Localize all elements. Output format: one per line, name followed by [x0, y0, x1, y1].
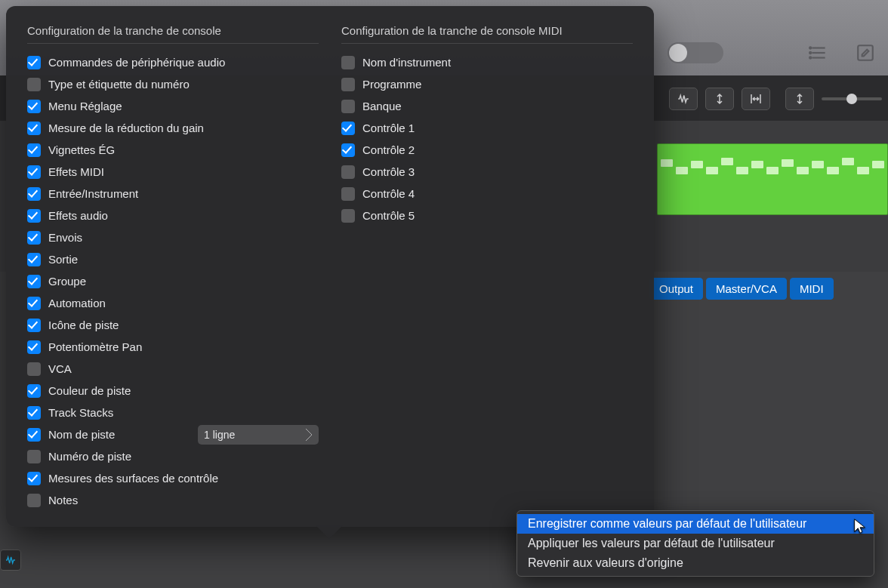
- mixer-tabs: Output Master/VCA MIDI: [649, 278, 834, 300]
- vertical-zoom-icon[interactable]: [705, 88, 734, 110]
- view-toggle[interactable]: [668, 42, 723, 63]
- gear-dropdown-menu: Enregistrer comme valeurs par défaut de …: [516, 510, 874, 577]
- left-column-title: Configuration de la tranche de console: [27, 24, 319, 44]
- checkbox[interactable]: [27, 187, 41, 201]
- checkbox-row: Numéro de piste: [27, 445, 319, 467]
- checkbox-label: Effets audio: [48, 209, 108, 222]
- checkbox[interactable]: [27, 56, 41, 69]
- checkbox-label: Mesure de la réduction du gain: [48, 122, 204, 134]
- checkbox[interactable]: [27, 406, 41, 420]
- checkbox[interactable]: [27, 78, 41, 91]
- checkbox[interactable]: [27, 275, 41, 288]
- checkbox-row: Commandes de périphérique audio: [27, 51, 319, 73]
- checkbox-row: Contrôle 4: [341, 183, 633, 205]
- checkbox-row: Menu Réglage: [27, 95, 319, 117]
- checkbox-label: Banque: [362, 100, 402, 112]
- checkbox[interactable]: [27, 209, 41, 223]
- checkbox[interactable]: [341, 78, 355, 91]
- checkbox[interactable]: [341, 187, 355, 201]
- checkbox-label: Icône de piste: [48, 319, 119, 331]
- checkbox[interactable]: [27, 384, 41, 398]
- checkbox-row: Mesure de la réduction du gain: [27, 117, 319, 139]
- checkbox-label: VCA: [48, 362, 72, 375]
- menu-item[interactable]: Enregistrer comme valeurs par défaut de …: [517, 514, 874, 534]
- checkbox[interactable]: [27, 319, 41, 332]
- menu-item[interactable]: Revenir aux valeurs d'origine: [517, 553, 874, 573]
- checkbox[interactable]: [27, 165, 41, 179]
- checkbox[interactable]: [27, 340, 41, 354]
- checkbox[interactable]: [27, 122, 41, 135]
- edit-icon[interactable]: [849, 36, 882, 69]
- list-view-icon[interactable]: [802, 36, 835, 69]
- checkbox-label: Track Stacks: [48, 406, 113, 419]
- checkbox[interactable]: [27, 231, 41, 245]
- checkbox-row: Type et étiquette du numéro: [27, 73, 319, 95]
- checkbox-label: Effets MIDI: [48, 165, 104, 178]
- checkbox-label: Contrôle 2: [362, 143, 415, 156]
- checkbox-label: Menu Réglage: [48, 100, 122, 112]
- checkbox-label: Automation: [48, 297, 106, 309]
- vertical-arrows-icon[interactable]: [785, 88, 814, 110]
- checkbox[interactable]: [27, 428, 41, 442]
- checkbox-row: Track Stacks: [27, 402, 319, 423]
- checkbox[interactable]: [27, 100, 41, 113]
- menu-item[interactable]: Appliquer les valeurs par défaut de l'ut…: [517, 534, 874, 553]
- zoom-slider[interactable]: [822, 97, 882, 100]
- checkbox[interactable]: [341, 165, 355, 179]
- right-column: Configuration de la tranche de console M…: [341, 24, 633, 511]
- checkbox-row: Sortie: [27, 248, 319, 270]
- svg-point-5: [809, 57, 811, 58]
- checkbox[interactable]: [27, 472, 41, 485]
- checkbox-row: Nom d'instrument: [341, 51, 633, 73]
- checkbox-row: VCA: [27, 358, 319, 380]
- checkbox[interactable]: [27, 494, 41, 507]
- checkbox-label: Vignettes ÉG: [48, 143, 115, 156]
- svg-point-3: [809, 47, 811, 48]
- checkbox-row: Vignettes ÉG: [27, 139, 319, 161]
- midi-region[interactable]: [657, 143, 888, 215]
- checkbox-label: Contrôle 1: [362, 122, 415, 134]
- tab-output[interactable]: Output: [649, 278, 703, 300]
- checkbox[interactable]: [27, 450, 41, 463]
- checkbox-label: Entrée/Instrument: [48, 187, 138, 200]
- checkbox-row: Automation: [27, 292, 319, 314]
- checkbox[interactable]: [341, 209, 355, 223]
- checkbox-row: Mesures des surfaces de contrôle: [27, 467, 319, 489]
- channel-strip-config-popover: Configuration de la tranche de console C…: [6, 6, 654, 527]
- svg-rect-6: [858, 45, 873, 60]
- checkbox[interactable]: [341, 143, 355, 157]
- checkbox[interactable]: [27, 143, 41, 157]
- audio-track-icon[interactable]: [0, 550, 21, 571]
- checkbox-row: Groupe: [27, 270, 319, 292]
- checkbox-row: Contrôle 5: [341, 205, 633, 226]
- checkbox[interactable]: [341, 100, 355, 113]
- checkbox-label: Programme: [362, 78, 421, 91]
- waveform-tool-icon[interactable]: [669, 88, 698, 110]
- checkbox[interactable]: [27, 253, 41, 266]
- checkbox-label: Potentiomètre Pan: [48, 340, 142, 353]
- tab-midi[interactable]: MIDI: [790, 278, 834, 300]
- checkbox-row: Effets audio: [27, 205, 319, 226]
- lines-select[interactable]: 1 ligne: [198, 425, 319, 445]
- toolbar-group-1: [669, 88, 770, 110]
- horizontal-fit-icon[interactable]: [742, 88, 770, 110]
- checkbox[interactable]: [341, 122, 355, 135]
- checkbox-label: Contrôle 3: [362, 165, 415, 178]
- checkbox-label: Envois: [48, 231, 82, 244]
- header-icon-group: [802, 36, 882, 69]
- checkbox-row: Banque: [341, 95, 633, 117]
- checkbox-row: Entrée/Instrument: [27, 183, 319, 205]
- checkbox-label: Contrôle 5: [362, 209, 415, 222]
- checkbox[interactable]: [341, 56, 355, 69]
- svg-point-4: [809, 52, 811, 54]
- checkbox-row: Nom de piste1 ligne: [27, 423, 319, 445]
- checkbox-row: Icône de piste: [27, 314, 319, 336]
- checkbox-label: Groupe: [48, 275, 86, 288]
- checkbox-label: Mesures des surfaces de contrôle: [48, 472, 218, 485]
- checkbox-label: Type et étiquette du numéro: [48, 78, 190, 91]
- checkbox[interactable]: [27, 297, 41, 310]
- tab-master-vca[interactable]: Master/VCA: [706, 278, 787, 300]
- checkbox-row: Programme: [341, 73, 633, 95]
- checkbox[interactable]: [27, 362, 41, 376]
- left-column: Configuration de la tranche de console C…: [27, 24, 319, 511]
